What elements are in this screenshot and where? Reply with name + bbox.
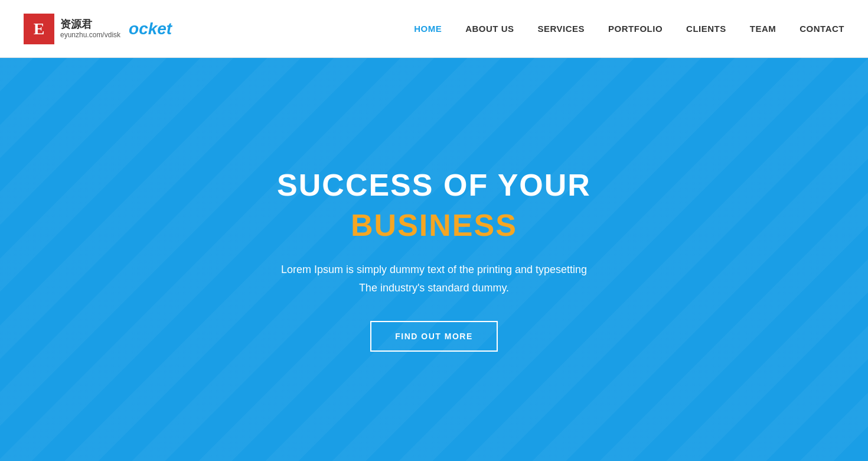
- nav-link-about[interactable]: ABOUT US: [465, 24, 514, 34]
- logo-brand: ocket: [129, 20, 172, 38]
- nav-item-portfolio[interactable]: PORTFOLIO: [608, 24, 663, 34]
- nav-link-portfolio[interactable]: PORTFOLIO: [608, 24, 663, 34]
- nav-link-home[interactable]: HOME: [414, 24, 442, 34]
- hero-section: SUCCESS OF YOUR BUSINESS Lorem Ipsum is …: [0, 58, 868, 461]
- find-out-more-button[interactable]: FIND OUT MORE: [370, 321, 498, 352]
- logo[interactable]: E 资源君 eyunzhu.com/vdisk ocket: [24, 14, 172, 44]
- nav-link-clients[interactable]: CLIENTS: [686, 24, 726, 34]
- nav-item-about[interactable]: ABOUT US: [465, 24, 514, 34]
- nav-links: HOME ABOUT US SERVICES PORTFOLIO CLIENTS…: [414, 24, 844, 34]
- nav-link-team[interactable]: TEAM: [750, 24, 776, 34]
- hero-title-line2: BUSINESS: [277, 207, 591, 243]
- nav-item-team[interactable]: TEAM: [750, 24, 776, 34]
- nav-item-clients[interactable]: CLIENTS: [686, 24, 726, 34]
- logo-text: 资源君 eyunzhu.com/vdisk: [60, 18, 120, 40]
- nav-item-services[interactable]: SERVICES: [538, 24, 585, 34]
- logo-url: eyunzhu.com/vdisk: [60, 31, 120, 39]
- hero-subtitle: Lorem Ipsum is simply dummy text of the …: [277, 261, 591, 297]
- hero-title-line1: SUCCESS OF YOUR: [277, 167, 591, 203]
- nav-link-contact[interactable]: CONTACT: [800, 24, 844, 34]
- logo-icon: E: [24, 14, 54, 44]
- logo-chinese: 资源君: [60, 18, 120, 31]
- navbar: E 资源君 eyunzhu.com/vdisk ocket HOME ABOUT…: [0, 0, 868, 58]
- nav-link-services[interactable]: SERVICES: [538, 24, 585, 34]
- hero-content: SUCCESS OF YOUR BUSINESS Lorem Ipsum is …: [277, 167, 591, 351]
- nav-item-contact[interactable]: CONTACT: [800, 24, 844, 34]
- nav-item-home[interactable]: HOME: [414, 24, 442, 34]
